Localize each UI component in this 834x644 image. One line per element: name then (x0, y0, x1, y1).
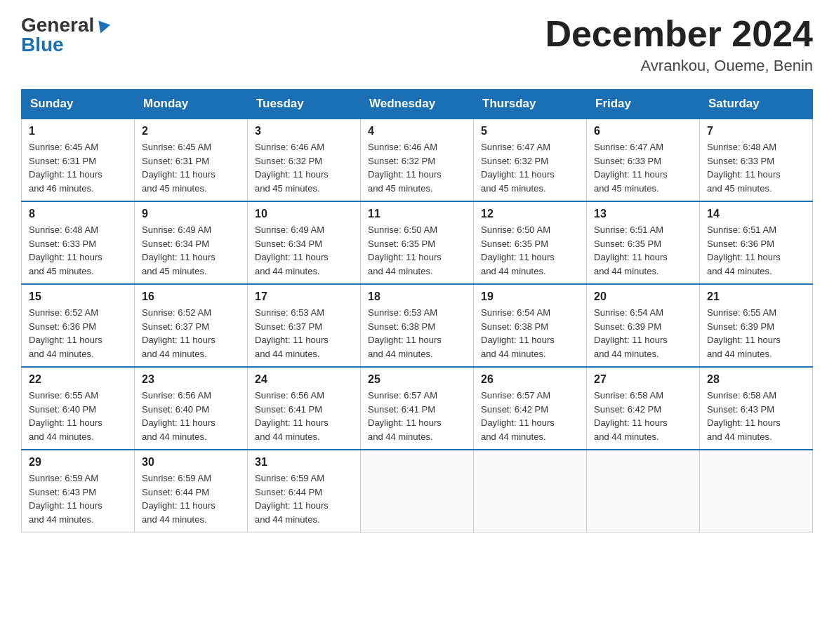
day-info: Sunrise: 6:51 AMSunset: 6:35 PMDaylight:… (594, 223, 692, 278)
day-number: 6 (594, 125, 692, 137)
day-info: Sunrise: 6:48 AMSunset: 6:33 PMDaylight:… (29, 223, 127, 278)
logo: General Blue (21, 14, 109, 56)
calendar-cell: 26Sunrise: 6:57 AMSunset: 6:42 PMDayligh… (474, 367, 587, 450)
calendar-cell: 19Sunrise: 6:54 AMSunset: 6:38 PMDayligh… (474, 284, 587, 367)
day-info: Sunrise: 6:54 AMSunset: 6:38 PMDaylight:… (481, 306, 579, 361)
calendar-cell: 22Sunrise: 6:55 AMSunset: 6:40 PMDayligh… (22, 367, 135, 450)
day-info: Sunrise: 6:59 AMSunset: 6:44 PMDaylight:… (255, 471, 353, 526)
col-tuesday: Tuesday (248, 90, 361, 119)
day-info: Sunrise: 6:58 AMSunset: 6:42 PMDaylight:… (594, 389, 692, 443)
day-number: 5 (481, 125, 579, 137)
day-info: Sunrise: 6:46 AMSunset: 6:32 PMDaylight:… (255, 140, 353, 195)
day-info: Sunrise: 6:59 AMSunset: 6:44 PMDaylight:… (142, 471, 240, 526)
day-info: Sunrise: 6:53 AMSunset: 6:38 PMDaylight:… (368, 306, 466, 361)
calendar-cell: 30Sunrise: 6:59 AMSunset: 6:44 PMDayligh… (135, 450, 248, 532)
calendar-cell: 9Sunrise: 6:49 AMSunset: 6:34 PMDaylight… (135, 201, 248, 284)
calendar-cell: 23Sunrise: 6:56 AMSunset: 6:40 PMDayligh… (135, 367, 248, 450)
calendar-cell: 6Sunrise: 6:47 AMSunset: 6:33 PMDaylight… (587, 119, 700, 201)
calendar-cell: 11Sunrise: 6:50 AMSunset: 6:35 PMDayligh… (361, 201, 474, 284)
day-number: 16 (142, 290, 240, 303)
col-sunday: Sunday (22, 90, 135, 119)
week-row-4: 22Sunrise: 6:55 AMSunset: 6:40 PMDayligh… (22, 367, 813, 450)
day-number: 8 (29, 208, 127, 220)
calendar-cell: 8Sunrise: 6:48 AMSunset: 6:33 PMDaylight… (22, 201, 135, 284)
day-info: Sunrise: 6:58 AMSunset: 6:43 PMDaylight:… (707, 389, 805, 443)
day-number: 7 (707, 125, 805, 137)
calendar-cell: 28Sunrise: 6:58 AMSunset: 6:43 PMDayligh… (700, 367, 813, 450)
day-info: Sunrise: 6:53 AMSunset: 6:37 PMDaylight:… (255, 306, 353, 361)
day-number: 19 (481, 290, 579, 303)
day-number: 25 (368, 373, 466, 386)
calendar-cell: 20Sunrise: 6:54 AMSunset: 6:39 PMDayligh… (587, 284, 700, 367)
location-title: Avrankou, Oueme, Benin (545, 57, 813, 75)
col-saturday: Saturday (700, 90, 813, 119)
calendar-table: Sunday Monday Tuesday Wednesday Thursday… (21, 89, 813, 532)
calendar-cell: 1Sunrise: 6:45 AMSunset: 6:31 PMDaylight… (22, 119, 135, 201)
month-title: December 2024 (545, 14, 813, 54)
calendar-cell: 3Sunrise: 6:46 AMSunset: 6:32 PMDaylight… (248, 119, 361, 201)
day-info: Sunrise: 6:57 AMSunset: 6:41 PMDaylight:… (368, 389, 466, 443)
calendar-cell: 21Sunrise: 6:55 AMSunset: 6:39 PMDayligh… (700, 284, 813, 367)
week-row-2: 8Sunrise: 6:48 AMSunset: 6:33 PMDaylight… (22, 201, 813, 284)
title-block: December 2024 Avrankou, Oueme, Benin (545, 14, 813, 75)
week-row-5: 29Sunrise: 6:59 AMSunset: 6:43 PMDayligh… (22, 450, 813, 532)
day-number: 11 (368, 208, 466, 220)
calendar-cell: 2Sunrise: 6:45 AMSunset: 6:31 PMDaylight… (135, 119, 248, 201)
day-info: Sunrise: 6:50 AMSunset: 6:35 PMDaylight:… (368, 223, 466, 278)
day-number: 18 (368, 290, 466, 303)
day-number: 4 (368, 125, 466, 137)
day-number: 15 (29, 290, 127, 303)
day-number: 31 (255, 456, 353, 469)
calendar-cell (700, 450, 813, 532)
day-info: Sunrise: 6:57 AMSunset: 6:42 PMDaylight:… (481, 389, 579, 443)
day-number: 28 (707, 373, 805, 386)
calendar-cell: 12Sunrise: 6:50 AMSunset: 6:35 PMDayligh… (474, 201, 587, 284)
calendar-cell: 4Sunrise: 6:46 AMSunset: 6:32 PMDaylight… (361, 119, 474, 201)
day-number: 3 (255, 125, 353, 137)
calendar-cell: 27Sunrise: 6:58 AMSunset: 6:42 PMDayligh… (587, 367, 700, 450)
header-row: Sunday Monday Tuesday Wednesday Thursday… (22, 90, 813, 119)
day-number: 2 (142, 125, 240, 137)
calendar-cell: 17Sunrise: 6:53 AMSunset: 6:37 PMDayligh… (248, 284, 361, 367)
calendar-cell (361, 450, 474, 532)
day-number: 10 (255, 208, 353, 220)
logo-blue: Blue (21, 34, 64, 56)
calendar-cell: 25Sunrise: 6:57 AMSunset: 6:41 PMDayligh… (361, 367, 474, 450)
page-header: General Blue December 2024 Avrankou, Oue… (21, 14, 813, 75)
day-info: Sunrise: 6:47 AMSunset: 6:33 PMDaylight:… (594, 140, 692, 195)
day-number: 26 (481, 373, 579, 386)
calendar-cell: 13Sunrise: 6:51 AMSunset: 6:35 PMDayligh… (587, 201, 700, 284)
col-friday: Friday (587, 90, 700, 119)
day-number: 29 (29, 456, 127, 469)
day-number: 17 (255, 290, 353, 303)
day-info: Sunrise: 6:52 AMSunset: 6:37 PMDaylight:… (142, 306, 240, 361)
day-info: Sunrise: 6:45 AMSunset: 6:31 PMDaylight:… (142, 140, 240, 195)
day-info: Sunrise: 6:51 AMSunset: 6:36 PMDaylight:… (707, 223, 805, 278)
day-info: Sunrise: 6:47 AMSunset: 6:32 PMDaylight:… (481, 140, 579, 195)
col-wednesday: Wednesday (361, 90, 474, 119)
calendar-cell: 10Sunrise: 6:49 AMSunset: 6:34 PMDayligh… (248, 201, 361, 284)
calendar-cell: 16Sunrise: 6:52 AMSunset: 6:37 PMDayligh… (135, 284, 248, 367)
day-number: 21 (707, 290, 805, 303)
calendar-cell (474, 450, 587, 532)
day-info: Sunrise: 6:59 AMSunset: 6:43 PMDaylight:… (29, 471, 127, 526)
day-number: 27 (594, 373, 692, 386)
day-number: 30 (142, 456, 240, 469)
col-thursday: Thursday (474, 90, 587, 119)
calendar-cell: 31Sunrise: 6:59 AMSunset: 6:44 PMDayligh… (248, 450, 361, 532)
calendar-cell: 7Sunrise: 6:48 AMSunset: 6:33 PMDaylight… (700, 119, 813, 201)
day-info: Sunrise: 6:48 AMSunset: 6:33 PMDaylight:… (707, 140, 805, 195)
day-info: Sunrise: 6:49 AMSunset: 6:34 PMDaylight:… (255, 223, 353, 278)
day-info: Sunrise: 6:56 AMSunset: 6:40 PMDaylight:… (142, 389, 240, 443)
day-info: Sunrise: 6:49 AMSunset: 6:34 PMDaylight:… (142, 223, 240, 278)
day-number: 23 (142, 373, 240, 386)
day-info: Sunrise: 6:54 AMSunset: 6:39 PMDaylight:… (594, 306, 692, 361)
calendar-cell: 29Sunrise: 6:59 AMSunset: 6:43 PMDayligh… (22, 450, 135, 532)
day-number: 1 (29, 125, 127, 137)
day-number: 22 (29, 373, 127, 386)
col-monday: Monday (135, 90, 248, 119)
day-info: Sunrise: 6:50 AMSunset: 6:35 PMDaylight:… (481, 223, 579, 278)
week-row-1: 1Sunrise: 6:45 AMSunset: 6:31 PMDaylight… (22, 119, 813, 201)
calendar-cell (587, 450, 700, 532)
day-info: Sunrise: 6:55 AMSunset: 6:39 PMDaylight:… (707, 306, 805, 361)
